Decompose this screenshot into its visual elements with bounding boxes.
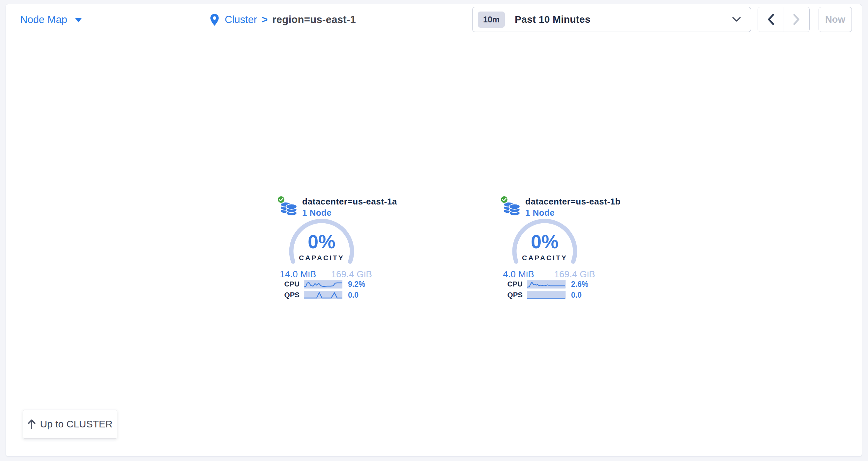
breadcrumb-current: region=us-east-1 bbox=[272, 14, 356, 26]
time-range-select[interactable]: 10m Past 10 Minutes bbox=[472, 7, 751, 32]
qps-sparkline bbox=[304, 291, 342, 299]
cpu-sparkline bbox=[527, 280, 565, 288]
breadcrumb: Cluster > region=us-east-1 bbox=[210, 4, 356, 35]
locality-group-us-east-1b[interactable]: datacenter=us-east-1b 1 Node 0% CAPACITY… bbox=[500, 194, 641, 306]
check-circle-icon bbox=[500, 195, 508, 204]
up-to-cluster-button[interactable]: Up to CLUSTER bbox=[23, 409, 117, 439]
cpu-label: CPU bbox=[500, 280, 523, 289]
capacity-used: 4.0 MiB bbox=[503, 269, 534, 279]
header-divider bbox=[457, 7, 457, 32]
metric-rows: CPU 2.6% QPS 0.0 bbox=[500, 280, 605, 299]
view-selector-dropdown[interactable]: Node Map bbox=[20, 4, 82, 35]
locality-title: datacenter=us-east-1a bbox=[302, 197, 397, 207]
time-next-button[interactable] bbox=[784, 7, 810, 32]
cpu-row: CPU 9.2% bbox=[277, 280, 382, 288]
qps-value: 0.0 bbox=[348, 291, 359, 300]
qps-sparkline bbox=[527, 291, 565, 299]
locality-title: datacenter=us-east-1b bbox=[525, 197, 621, 207]
capacity-total: 169.4 GiB bbox=[554, 269, 595, 279]
qps-label: QPS bbox=[277, 291, 300, 299]
now-button[interactable]: Now bbox=[818, 7, 852, 32]
qps-label: QPS bbox=[500, 291, 523, 299]
caret-down-icon bbox=[75, 18, 82, 22]
header-bar: Node Map Cluster > region=us-east-1 10m … bbox=[6, 4, 862, 35]
time-range-badge: 10m bbox=[478, 11, 505, 28]
capacity-range: 14.0 MiB 169.4 GiB bbox=[280, 269, 372, 279]
check-circle-icon bbox=[277, 195, 285, 204]
capacity-total: 169.4 GiB bbox=[331, 269, 372, 279]
capacity-gauge: 0% CAPACITY bbox=[282, 216, 361, 276]
capacity-percent: 0% bbox=[531, 232, 559, 251]
cpu-row: CPU 2.6% bbox=[500, 280, 605, 288]
time-range-label: Past 10 Minutes bbox=[515, 14, 591, 25]
capacity-label: CAPACITY bbox=[522, 254, 567, 262]
location-pin-icon bbox=[210, 14, 219, 26]
cpu-label: CPU bbox=[277, 280, 300, 289]
cpu-value: 9.2% bbox=[348, 280, 365, 289]
up-to-cluster-label: Up to CLUSTER bbox=[40, 419, 112, 430]
breadcrumb-separator: > bbox=[262, 14, 268, 26]
view-selector-label: Node Map bbox=[20, 14, 67, 26]
capacity-percent: 0% bbox=[308, 232, 336, 251]
capacity-label: CAPACITY bbox=[299, 254, 344, 262]
qps-row: QPS 0.0 bbox=[500, 291, 605, 299]
qps-row: QPS 0.0 bbox=[277, 291, 382, 299]
chevron-down-icon bbox=[732, 17, 741, 22]
chevron-left-icon bbox=[767, 14, 774, 25]
qps-value: 0.0 bbox=[571, 291, 582, 300]
node-map-panel: Node Map Cluster > region=us-east-1 10m … bbox=[6, 4, 862, 457]
cpu-sparkline bbox=[304, 280, 342, 288]
chevron-right-icon bbox=[793, 14, 800, 25]
capacity-range: 4.0 MiB 169.4 GiB bbox=[503, 269, 595, 279]
capacity-used: 14.0 MiB bbox=[280, 269, 316, 279]
metric-rows: CPU 9.2% QPS 0.0 bbox=[277, 280, 382, 299]
time-nav-group bbox=[757, 7, 810, 32]
time-prev-button[interactable] bbox=[758, 7, 784, 32]
cpu-value: 2.6% bbox=[571, 280, 588, 289]
locality-group-us-east-1a[interactable]: datacenter=us-east-1a 1 Node 0% CAPACITY… bbox=[277, 194, 418, 306]
capacity-gauge: 0% CAPACITY bbox=[505, 216, 584, 276]
breadcrumb-cluster-link[interactable]: Cluster bbox=[225, 14, 257, 26]
arrow-up-icon bbox=[27, 419, 36, 429]
